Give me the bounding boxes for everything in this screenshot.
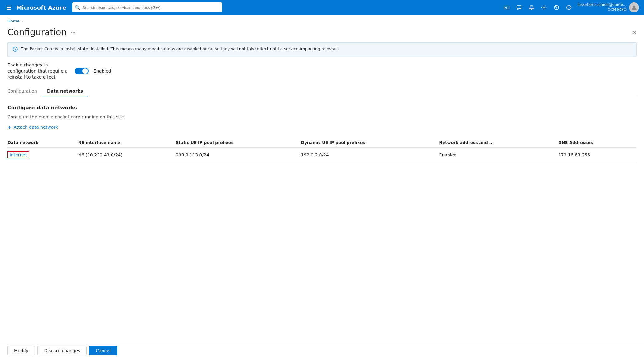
col-n6-interface: N6 interface name — [78, 138, 176, 148]
svg-rect-2 — [517, 6, 521, 9]
svg-point-8 — [569, 7, 569, 8]
more-options-button[interactable]: ··· — [70, 29, 76, 36]
user-org: CONTOSO — [578, 7, 627, 12]
help-icon[interactable] — [551, 2, 561, 12]
info-banner-text: The Packet Core is in install state: Ins… — [21, 46, 339, 51]
notifications-icon[interactable] — [526, 2, 536, 12]
svg-point-10 — [633, 6, 635, 8]
discard-changes-button[interactable]: Discard changes — [37, 346, 87, 355]
data-network-table: Data network N6 interface name Static UE… — [7, 138, 637, 162]
chat-icon[interactable] — [564, 2, 574, 12]
col-dns: DNS Addresses — [558, 138, 637, 148]
col-network-address: Network address and ... — [439, 138, 558, 148]
svg-point-9 — [570, 7, 570, 8]
plus-icon: + — [7, 124, 12, 130]
cell-dns: 172.16.63.255 — [558, 147, 637, 162]
bottom-action-bar: Modify Discard changes Cancel — [0, 342, 644, 359]
modify-button[interactable]: Modify — [7, 346, 35, 355]
search-icon: 🔍 — [75, 5, 80, 10]
user-avatar[interactable] — [629, 2, 639, 12]
breadcrumb-separator: › — [21, 19, 23, 23]
user-name: lassebertrasmen@conto... — [578, 2, 627, 7]
table-row: internet N6 (10.232.43.0/24) 203.0.113.0… — [7, 147, 637, 162]
configure-data-networks-section: Configure data networks Configure the mo… — [0, 97, 644, 162]
svg-point-7 — [568, 7, 568, 8]
col-dynamic-ip: Dynamic UE IP pool prefixes — [301, 138, 439, 148]
main-content: Home › Configuration ··· × The Packet Co… — [0, 15, 644, 359]
settings-icon[interactable] — [539, 2, 549, 12]
internet-network-link[interactable]: internet — [7, 151, 29, 158]
svg-point-5 — [556, 8, 557, 9]
info-icon — [13, 47, 18, 53]
azure-logo: Microsoft Azure — [16, 4, 66, 11]
hamburger-menu[interactable]: ☰ — [5, 3, 12, 12]
cell-network-address: Enabled — [439, 147, 558, 162]
page-header: Configuration ··· × — [0, 26, 644, 42]
toggle-label: Enable changes to configuration that req… — [7, 62, 70, 80]
tab-configuration[interactable]: Configuration — [7, 85, 42, 97]
cancel-button[interactable]: Cancel — [89, 346, 117, 355]
cell-static-ip: 203.0.113.0/24 — [176, 147, 301, 162]
attach-data-network-button[interactable]: + Attach data network — [7, 124, 58, 130]
col-data-network: Data network — [7, 138, 78, 148]
section-title: Configure data networks — [7, 105, 637, 111]
search-input[interactable] — [72, 2, 222, 12]
enable-changes-toggle[interactable] — [75, 68, 89, 74]
nav-icon-group — [502, 2, 574, 12]
cell-dynamic-ip: 192.0.2.0/24 — [301, 147, 439, 162]
search-wrapper: 🔍 — [72, 2, 222, 12]
toggle-state-label: Enabled — [94, 69, 111, 74]
cell-network-name: internet — [7, 147, 78, 162]
toggle-row: Enable changes to configuration that req… — [0, 62, 644, 85]
cell-n6-interface: N6 (10.232.43.0/24) — [78, 147, 176, 162]
attach-label: Attach data network — [13, 125, 58, 130]
cloud-shell-icon[interactable] — [502, 2, 512, 12]
breadcrumb: Home › — [0, 15, 644, 26]
breadcrumb-home[interactable]: Home — [7, 19, 19, 23]
page-title: Configuration — [7, 27, 67, 37]
close-button[interactable]: × — [632, 29, 637, 36]
info-banner: The Packet Core is in install state: Ins… — [7, 42, 637, 57]
svg-point-13 — [15, 48, 16, 49]
tab-data-networks[interactable]: Data networks — [42, 85, 88, 97]
tab-bar: Configuration Data networks — [7, 85, 637, 97]
col-static-ip: Static UE IP pool prefixes — [176, 138, 301, 148]
section-description: Configure the mobile packet core running… — [7, 114, 637, 119]
svg-point-3 — [543, 7, 545, 8]
top-navigation: ☰ Microsoft Azure 🔍 lassebertrasmen@cont… — [0, 0, 644, 15]
feedback-icon[interactable] — [514, 2, 524, 12]
user-menu[interactable]: lassebertrasmen@conto... CONTOSO — [578, 2, 639, 12]
